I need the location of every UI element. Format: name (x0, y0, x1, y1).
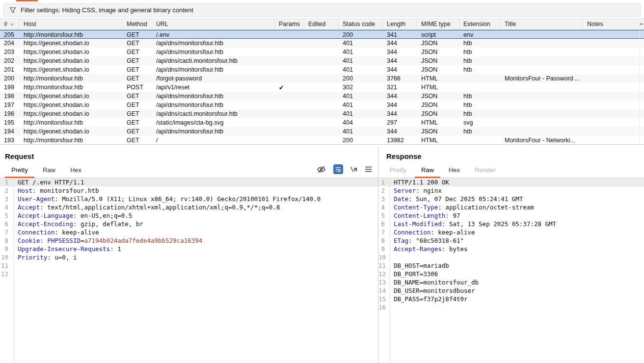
cell-edited (304, 30, 339, 38)
code-line: 7Connection: keep-alive (0, 228, 378, 236)
cell-extension (459, 74, 501, 83)
cell-url: /api/v1/reset (152, 83, 275, 92)
cell-params (275, 30, 304, 38)
cell-length: 13982 (383, 136, 417, 145)
sort-chevron-icon (10, 23, 14, 26)
newline-toggle-icon[interactable]: \n (350, 166, 357, 173)
table-header-row: #HostMethodURLParamsEditedStatus codeLen… (0, 19, 644, 30)
response-gutter-divider (390, 178, 390, 363)
line-content: ETag: "68c50318-61" (387, 236, 464, 245)
code-line: 10 (378, 253, 644, 261)
cell-title (501, 65, 583, 74)
table-row[interactable]: 205http://monitorsfour.htbGET/.env200341… (0, 30, 644, 39)
cell-title (501, 109, 583, 118)
line-content: Cookie: PHPSESSID=a7194b024ada7fede4a9bb… (11, 236, 202, 245)
cell-extension: htb (459, 39, 501, 48)
cell-method: POST (123, 83, 152, 92)
code-line: 3User-Agent: Mozilla/5.0 (X11; Linux x86… (0, 195, 378, 203)
table-row[interactable]: 194https://geonet.shodan.ioGET/api/dns/m… (0, 127, 644, 136)
filter-settings-bar[interactable]: Filter settings: Hiding CSS, image and g… (3, 3, 641, 17)
word-wrap-icon[interactable] (333, 164, 343, 174)
request-tab-pretty[interactable]: Pretty (4, 166, 35, 178)
cell-mime: JSON (417, 109, 459, 118)
line-content: Content-Type: application/octet-stream (387, 203, 534, 211)
column-header-params[interactable]: Params (275, 19, 304, 29)
request-tab-raw[interactable]: Raw (35, 166, 63, 178)
cell-edited (304, 92, 339, 101)
table-row[interactable]: 201https://geonet.shodan.ioGET/api/dns/m… (0, 65, 644, 74)
cell-status: 401 (339, 127, 383, 136)
table-row[interactable]: 203https://geonet.shodan.ioGET/api/dns/m… (0, 48, 644, 56)
column-header-method[interactable]: Method (123, 19, 152, 29)
cell-method: GET (123, 101, 152, 109)
line-number: 15 (378, 295, 387, 303)
line-number: 3 (378, 195, 387, 203)
cell-notes (583, 136, 640, 145)
history-rows: 205http://monitorsfour.htbGET/.env200341… (0, 30, 644, 145)
hide-nonprinting-icon[interactable] (317, 165, 326, 174)
column-header-host[interactable]: Host (20, 19, 123, 29)
message-editors: Request PrettyRawHex \n (0, 145, 644, 363)
column-header-label: MIME type (421, 21, 451, 27)
table-row[interactable]: 196https://geonet.shodan.ioGET/api/dns/c… (0, 109, 644, 118)
cell-status: 302 (339, 83, 383, 92)
column-header-extension[interactable]: Extension (459, 19, 501, 29)
cell-mime: JSON (417, 48, 459, 56)
filter-text: Filter settings: Hiding CSS, image and g… (21, 6, 193, 14)
cell-host: https://geonet.shodan.io (20, 92, 123, 101)
column-header-status-code[interactable]: Status code (339, 19, 383, 29)
editor-menu-icon[interactable] (365, 166, 372, 172)
cell-url: /forgot-password (152, 74, 275, 83)
cell-params (275, 65, 304, 74)
response-tab-raw[interactable]: Raw (414, 166, 441, 178)
request-editor[interactable]: 1GET /.env HTTP/1.12Host: monitorsfour.h… (0, 178, 378, 363)
response-editor[interactable]: 1HTTP/1.1 200 OK2Server: nginx3Date: Sun… (378, 178, 644, 363)
line-number: 3 (0, 195, 11, 203)
column-header-title[interactable]: Title (501, 19, 583, 29)
table-row[interactable]: 198https://geonet.shodan.ioGET/api/dns/m… (0, 92, 644, 101)
line-number: 8 (378, 236, 387, 245)
response-tab-hex[interactable]: Hex (441, 166, 467, 178)
cell-extension: htb (459, 101, 501, 109)
cell-method: GET (123, 48, 152, 56)
cell-extension: htb (459, 56, 501, 65)
line-content: Connection: keep-alive (11, 228, 99, 236)
code-line: 12 (0, 270, 378, 278)
table-row[interactable]: 200http://monitorsfour.htbGET/forgot-pas… (0, 74, 644, 83)
column-header-notes[interactable]: Notes (583, 19, 640, 29)
table-settings-icon[interactable] (640, 24, 643, 25)
table-row[interactable]: 202https://geonet.shodan.ioGET/api/dns/c… (0, 56, 644, 65)
column-header-mime-type[interactable]: MIME type (417, 19, 459, 29)
cell-notes (583, 74, 640, 83)
cell-status: 401 (339, 56, 383, 65)
cell-method: GET (123, 30, 152, 38)
cell-url: /api/dns/monitorsfour.htb (152, 39, 275, 48)
code-line: 13DB_NAME=monitorsfour_db (378, 278, 644, 286)
cell-params (275, 109, 304, 118)
cell-notes (583, 101, 640, 109)
cell-params (275, 48, 304, 56)
column-header-url[interactable]: URL (152, 19, 275, 29)
table-row[interactable]: 204https://geonet.shodan.ioGET/api/dns/m… (0, 39, 644, 48)
cell-params (275, 101, 304, 109)
line-content: Accept-Encoding: gzip, deflate, br (11, 220, 143, 228)
column-header-edited[interactable]: Edited (304, 19, 339, 29)
cell-edited (304, 118, 339, 127)
cell-method: GET (123, 109, 152, 118)
cell-mime: JSON (417, 65, 459, 74)
code-line: 7Connection: keep-alive (378, 228, 644, 236)
table-row[interactable]: 199http://monitorsfour.htbPOST/api/v1/re… (0, 83, 644, 92)
cell-edited (304, 101, 339, 109)
table-row[interactable]: 193http://monitorsfour.htbGET/20013982HT… (0, 136, 644, 145)
cell-edited (304, 136, 339, 145)
cell-mime: script (417, 30, 459, 38)
column-header-length[interactable]: Length (383, 19, 417, 29)
cell-length: 297 (383, 118, 417, 127)
cell-method: GET (123, 39, 152, 48)
request-tab-hex[interactable]: Hex (63, 166, 89, 178)
code-line: 12DB_PORT=3306 (378, 270, 644, 278)
cell-url: / (152, 136, 275, 145)
table-row[interactable]: 195http://monitorsfour.htbGET/static/ima… (0, 118, 644, 127)
table-row[interactable]: 197https://geonet.shodan.ioGET/api/dns/m… (0, 101, 644, 109)
column-header-num[interactable]: # (0, 19, 20, 29)
